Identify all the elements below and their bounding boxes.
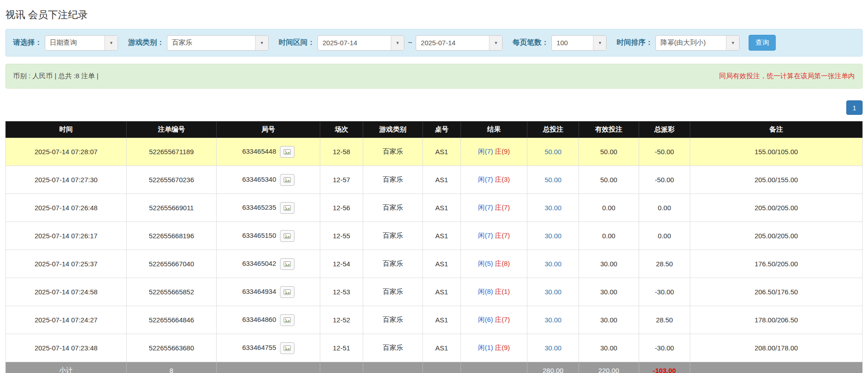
page-size-select[interactable]: 100 ▼: [551, 35, 607, 51]
query-type-value: 日期查询: [45, 36, 104, 50]
column-header-4: 游戏类别: [363, 122, 423, 138]
total-bet-link[interactable]: 30.00: [545, 344, 562, 352]
result-banker: 庄(1): [495, 288, 510, 295]
filter-bar: 请选择： 日期查询 ▼ 游戏类别： 百家乐 ▼ 时间区间： 2025-07-14…: [5, 29, 863, 57]
cell-round-number: 633464755: [216, 334, 320, 362]
chevron-down-icon[interactable]: ▼: [593, 36, 606, 50]
column-header-10: 备注: [690, 122, 863, 138]
valid-bet-notice: 同局有效投注，统一计算在该局第一张注单内: [719, 72, 855, 80]
cell-session: 12-58: [320, 138, 363, 166]
cell-total-bet: 50.00: [527, 166, 579, 194]
column-header-0: 时间: [6, 122, 127, 138]
round-image-icon[interactable]: [280, 146, 294, 158]
currency-total-summary: 币别 : 人民币 | 总共 :8 注单 |: [13, 72, 99, 80]
round-image-icon[interactable]: [280, 342, 294, 354]
round-image-icon[interactable]: [280, 286, 294, 298]
chevron-down-icon[interactable]: ▼: [726, 36, 739, 50]
column-header-9: 总派彩: [639, 122, 690, 138]
game-type-select[interactable]: 百家乐 ▼: [167, 35, 269, 51]
cell-game-type: 百家乐: [363, 194, 423, 222]
cell-result: 闲(7)庄(9): [460, 138, 527, 166]
cell-result: 闲(8)庄(1): [460, 278, 527, 306]
table-header-row: 时间注单编号局号场次游戏类别桌号结果总投注有效投注总派彩备注: [6, 122, 863, 138]
result-player: 闲(8): [478, 288, 493, 295]
cell-table-number: AS1: [423, 306, 460, 334]
cell-table-number: AS1: [423, 278, 460, 306]
cell-time: 2025-07-14 07:23:48: [6, 334, 127, 362]
date-from-select[interactable]: 2025-07-14 ▼: [318, 35, 404, 51]
date-to-select[interactable]: 2025-07-14 ▼: [416, 35, 503, 51]
page-size-value: 100: [552, 36, 593, 50]
chevron-down-icon[interactable]: ▼: [489, 36, 502, 50]
result-player: 闲(5): [478, 260, 493, 267]
round-image-icon[interactable]: [280, 314, 294, 326]
cell-round-number: 633465150: [216, 222, 320, 250]
cell-valid-bet: 0.00: [579, 222, 639, 250]
cell-table-number: AS1: [423, 194, 460, 222]
cell-total-bet: 30.00: [527, 194, 579, 222]
bet-table-body: 2025-07-14 07:28:07 522655671189 6334654…: [6, 138, 863, 373]
chevron-down-icon[interactable]: ▼: [104, 36, 118, 50]
cell-remark: 206.50/176.50: [690, 278, 863, 306]
cell-result: 闲(7)庄(7): [460, 194, 527, 222]
column-header-1: 注单编号: [127, 122, 217, 138]
bet-records-table: 时间注单编号局号场次游戏类别桌号结果总投注有效投注总派彩备注 2025-07-1…: [5, 121, 863, 373]
cell-session: 12-55: [320, 222, 363, 250]
cell-round-number: 633464934: [216, 278, 320, 306]
cell-payout: 0.00: [639, 194, 690, 222]
cell-remark: 208.00/178.00: [690, 334, 863, 362]
cell-payout: -30.00: [639, 334, 690, 362]
sort-order-value: 降幂(由大到小): [656, 36, 726, 50]
round-image-icon[interactable]: [280, 202, 294, 214]
cell-session: 12-52: [320, 306, 363, 334]
round-image-icon[interactable]: [280, 258, 294, 270]
cell-table-number: AS1: [423, 138, 460, 166]
total-bet-link[interactable]: 30.00: [545, 260, 562, 268]
total-bet-link[interactable]: 50.00: [545, 176, 562, 184]
game-type-label: 游戏类别：: [128, 38, 164, 47]
chevron-down-icon[interactable]: ▼: [391, 36, 404, 50]
cell-bet-number: 522655663680: [127, 334, 217, 362]
page-1-button[interactable]: 1: [846, 100, 863, 115]
column-header-5: 桌号: [423, 122, 460, 138]
total-bet-link[interactable]: 30.00: [545, 288, 562, 296]
bet-record-row: 2025-07-14 07:24:58 522655665852 6334649…: [6, 278, 863, 306]
select-type-label: 请选择：: [13, 38, 42, 47]
sort-order-select[interactable]: 降幂(由大到小) ▼: [655, 35, 740, 51]
column-header-6: 结果: [460, 122, 527, 138]
total-bet-link[interactable]: 30.00: [545, 204, 562, 212]
chevron-down-icon[interactable]: ▼: [255, 36, 268, 50]
date-range-separator: ~: [407, 39, 413, 47]
result-banker: 庄(7): [495, 231, 510, 239]
cell-payout: -50.00: [639, 166, 690, 194]
total-bet-link[interactable]: 50.00: [545, 148, 562, 156]
cell-session: 12-57: [320, 166, 363, 194]
cell-payout: -30.00: [639, 278, 690, 306]
round-image-icon[interactable]: [280, 174, 294, 186]
subtotal-row: 小计 8 280.00 220.00 -103.00: [6, 362, 863, 373]
cell-time: 2025-07-14 07:26:48: [6, 194, 127, 222]
cell-game-type: 百家乐: [363, 278, 423, 306]
cell-total-bet: 30.00: [527, 334, 579, 362]
time-range-label: 时间区间：: [279, 38, 315, 47]
cell-remark: 205.00/205.00: [690, 194, 863, 222]
cell-remark: 155.00/105.00: [690, 138, 863, 166]
cell-game-type: 百家乐: [363, 306, 423, 334]
round-image-icon[interactable]: [280, 230, 294, 242]
query-type-select[interactable]: 日期查询 ▼: [45, 35, 118, 51]
cell-payout: -50.00: [639, 138, 690, 166]
cell-remark: 176.50/205.00: [690, 250, 863, 278]
cell-total-bet: 30.00: [527, 222, 579, 250]
cell-payout: 28.50: [639, 250, 690, 278]
bet-record-row: 2025-07-14 07:24:27 522655664846 6334648…: [6, 306, 863, 334]
cell-time: 2025-07-14 07:28:07: [6, 138, 127, 166]
sort-order-label: 时间排序：: [617, 38, 653, 47]
cell-session: 12-53: [320, 278, 363, 306]
search-button[interactable]: 查询: [749, 35, 776, 51]
total-bet-link[interactable]: 30.00: [545, 232, 562, 240]
cell-round-number: 633465235: [216, 194, 320, 222]
column-header-7: 总投注: [527, 122, 579, 138]
cell-bet-number: 522655664846: [127, 306, 217, 334]
cell-total-bet: 30.00: [527, 278, 579, 306]
total-bet-link[interactable]: 30.00: [545, 316, 562, 324]
